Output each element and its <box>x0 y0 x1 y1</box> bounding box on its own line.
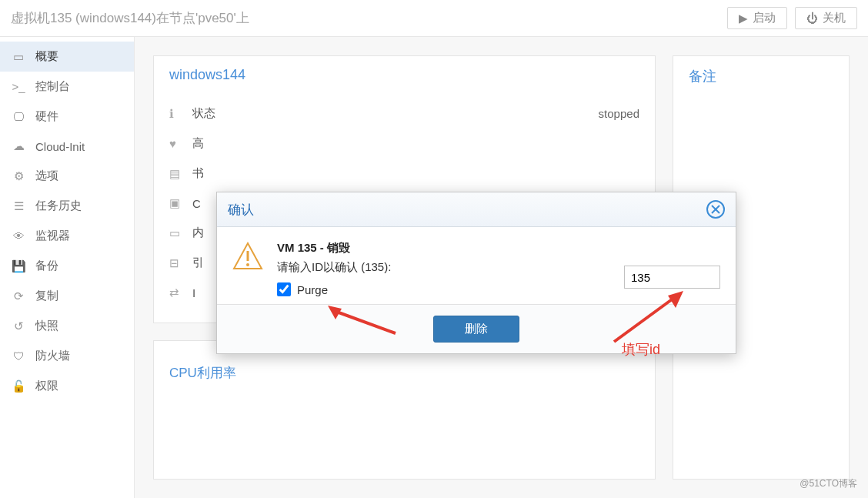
summary-row-label: 高 <box>192 136 639 151</box>
cpu-icon: ▣ <box>169 196 192 210</box>
cpu-panel: CPU利用率 <box>153 340 656 480</box>
list-icon: ☰ <box>11 199 26 213</box>
sidebar-item-label: 监视器 <box>35 229 70 243</box>
sidebar-item-monitor[interactable]: 👁监视器 <box>0 221 134 251</box>
sidebar-item-label: 控制台 <box>35 79 70 94</box>
summary-row: ♥高 <box>169 129 639 159</box>
sidebar-item-task-history[interactable]: ☰任务历史 <box>0 191 134 221</box>
summary-panel-title: windows144 <box>154 56 655 94</box>
notes-panel-title: 备注 <box>673 56 849 96</box>
disk-icon: ⊟ <box>169 256 192 270</box>
title-bar: 虚拟机135 (windows144)在节点'pve50'上 ▶ 启动 ⏻ 关机 <box>0 0 868 37</box>
delete-button[interactable]: 删除 <box>433 316 519 343</box>
play-icon: ▶ <box>739 12 748 25</box>
sidebar-item-options[interactable]: ⚙选项 <box>0 161 134 191</box>
shield-icon: 🛡 <box>11 349 26 363</box>
sidebar-item-label: 快照 <box>35 319 58 333</box>
sidebar-item-label: 权限 <box>35 379 58 393</box>
cloud-icon: ☁ <box>11 139 26 153</box>
sidebar-item-permissions[interactable]: 🔓权限 <box>0 371 134 401</box>
sidebar-item-backup[interactable]: 💾备份 <box>0 251 134 281</box>
close-icon[interactable] <box>706 200 725 219</box>
sidebar-item-label: 选项 <box>35 169 58 183</box>
modal-line1: VM 135 - 销毁 <box>277 241 720 256</box>
watermark: @51CTO博客 <box>800 477 857 490</box>
status-value: stopped <box>599 107 639 120</box>
book-icon: ▭ <box>11 50 26 64</box>
sidebar-item-label: 复制 <box>35 289 58 303</box>
gear-icon: ⚙ <box>11 169 26 183</box>
sync-icon: ⟳ <box>11 289 26 303</box>
start-button[interactable]: ▶ 启动 <box>727 7 787 29</box>
summary-row: ▤书 <box>169 159 639 189</box>
sidebar-item-hardware[interactable]: 🖵硬件 <box>0 102 134 132</box>
purge-checkbox[interactable] <box>277 282 291 296</box>
warning-icon <box>232 241 263 275</box>
confirm-id-field[interactable] <box>624 266 720 289</box>
purge-label: Purge <box>297 283 328 296</box>
sidebar-item-label: Cloud-Init <box>35 140 85 153</box>
power-icon: ⏻ <box>806 12 818 25</box>
sidebar-item-label: 概要 <box>35 49 58 64</box>
db-icon: ▤ <box>169 167 192 181</box>
status-row: ℹ状态stopped <box>169 99 639 129</box>
history-icon: ↺ <box>11 319 26 333</box>
sidebar-item-label: 硬件 <box>35 109 58 124</box>
sidebar-item-label: 任务历史 <box>35 199 82 213</box>
sidebar-item-snapshots[interactable]: ↺快照 <box>0 311 134 341</box>
terminal-icon: >_ <box>11 80 26 93</box>
eye-icon: 👁 <box>11 229 26 242</box>
sidebar-item-replication[interactable]: ⟳复制 <box>0 281 134 311</box>
monitor-icon: 🖵 <box>11 110 26 123</box>
memory-icon: ▭ <box>169 226 192 240</box>
sidebar-item-console[interactable]: >_控制台 <box>0 72 134 102</box>
modal-title: 确认 <box>228 201 254 219</box>
sidebar-item-summary[interactable]: ▭概要 <box>0 42 134 72</box>
svg-point-4 <box>246 263 249 266</box>
confirm-modal: 确认 VM 135 - 销毁 请输入ID以确认 (135): Purge 删除 <box>216 192 736 354</box>
heart-icon: ♥ <box>169 137 192 150</box>
page-title: 虚拟机135 (windows144)在节点'pve50'上 <box>11 9 249 27</box>
sidebar-item-label: 防火墙 <box>35 349 70 363</box>
start-button-label: 启动 <box>753 11 776 25</box>
shutdown-button[interactable]: ⏻ 关机 <box>795 7 857 29</box>
modal-header[interactable]: 确认 <box>217 192 736 227</box>
lock-icon: 🔓 <box>11 379 26 393</box>
swap-icon: ⇄ <box>169 286 192 299</box>
sidebar-item-label: 备份 <box>35 259 58 273</box>
status-label: 状态 <box>192 106 599 121</box>
summary-row-label: 书 <box>192 166 639 181</box>
sidebar-item-firewall[interactable]: 🛡防火墙 <box>0 341 134 371</box>
sidebar-item-cloudinit[interactable]: ☁Cloud-Init <box>0 132 134 161</box>
sidebar: ▭概要 >_控制台 🖵硬件 ☁Cloud-Init ⚙选项 ☰任务历史 👁监视器… <box>0 37 135 498</box>
info-icon: ℹ <box>169 107 192 121</box>
save-icon: 💾 <box>11 259 26 273</box>
shutdown-button-label: 关机 <box>823 11 846 25</box>
